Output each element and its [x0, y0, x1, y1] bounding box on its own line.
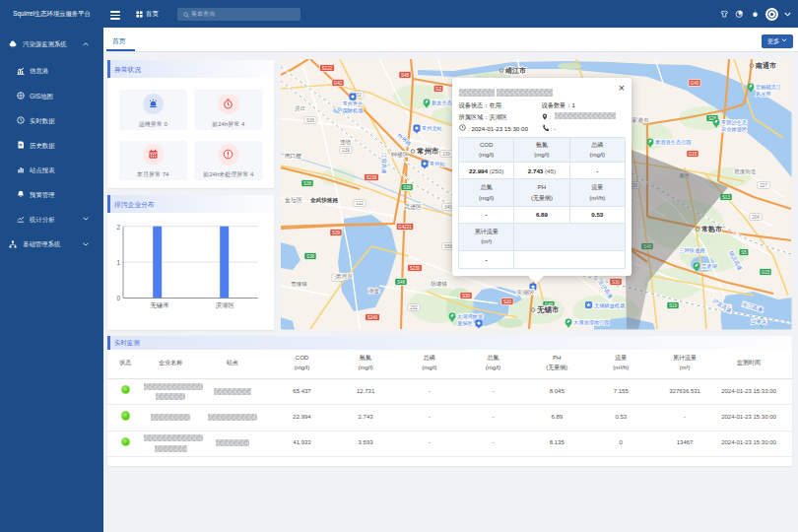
svg-text:宏丽砚滨江: 宏丽砚滨江: [756, 84, 781, 91]
svg-text:风光带: 风光带: [756, 91, 771, 98]
svg-text:S20: S20: [503, 299, 512, 304]
svg-text:湖金: 湖金: [367, 288, 380, 294]
svg-text:232: 232: [410, 305, 418, 310]
svg-text:S19: S19: [669, 303, 678, 308]
svg-text:G42: G42: [334, 81, 343, 86]
svg-text:沙家浜: 沙家浜: [751, 318, 766, 325]
svg-text:S39: S39: [332, 231, 341, 235]
svg-text:S240: S240: [367, 315, 378, 320]
svg-text:S5: S5: [741, 250, 747, 255]
svg-text:122: 122: [356, 201, 364, 206]
svg-text:无锡市: 无锡市: [536, 305, 560, 314]
svg-text:S239: S239: [366, 175, 377, 180]
svg-text:常熟市: 常熟市: [701, 225, 722, 233]
svg-text:S38: S38: [403, 185, 412, 190]
svg-text:239: 239: [442, 152, 450, 157]
svg-text:204: 204: [752, 215, 760, 220]
svg-text:胡埭镇: 胡埭镇: [431, 281, 447, 288]
svg-text:239: 239: [342, 148, 350, 153]
svg-text:常州奔牛: 常州奔牛: [343, 100, 364, 106]
svg-text:S38: S38: [303, 181, 312, 186]
svg-text:无锡市: 无锡市: [151, 301, 169, 309]
svg-text:靖江市: 靖江市: [504, 66, 526, 75]
svg-text:洪庄: 洪庄: [295, 105, 306, 112]
svg-text:G15: G15: [689, 152, 698, 157]
svg-text:滨湖区: 滨湖区: [215, 301, 235, 309]
svg-text:G2: G2: [435, 87, 442, 92]
svg-text:S30: S30: [462, 294, 471, 299]
svg-text:雪堰镇: 雪堰镇: [291, 281, 307, 288]
svg-text:无锡硕放机场: 无锡硕放机场: [594, 302, 625, 309]
svg-text:S13: S13: [722, 195, 731, 200]
svg-text:S48: S48: [397, 280, 406, 285]
svg-text:度假区: 度假区: [457, 320, 473, 327]
svg-text:G40: G40: [691, 81, 699, 86]
svg-text:昆承湖: 昆承湖: [701, 263, 717, 270]
svg-text:S122: S122: [322, 66, 333, 71]
svg-text:常州北站: 常州北站: [422, 125, 443, 132]
svg-text:国际机场: 国际机场: [343, 107, 364, 114]
svg-text:G15: G15: [762, 270, 770, 275]
svg-text:连墙: 连墙: [340, 139, 352, 146]
svg-text:金武快速路: 金武快速路: [309, 197, 338, 204]
svg-text:1: 1: [116, 259, 120, 266]
svg-text:S230: S230: [410, 266, 421, 271]
svg-text:黄泗港生态公园: 黄泗港生态公园: [655, 139, 691, 146]
svg-text:2: 2: [116, 224, 120, 231]
svg-text:常阴沙生态: 常阴沙生态: [721, 119, 748, 126]
svg-text:农业旅游区: 农业旅游区: [721, 126, 747, 133]
svg-text:S39: S39: [306, 118, 315, 123]
svg-text:G4221: G4221: [398, 225, 412, 230]
svg-text:常州站: 常州站: [430, 161, 445, 167]
svg-text:闸口樱: 闸口樱: [285, 153, 301, 160]
svg-text:太湖湾旅游: 太湖湾旅游: [457, 313, 484, 320]
svg-text:金坛区: 金坛区: [284, 196, 302, 203]
svg-text:南通市: 南通市: [755, 61, 776, 70]
svg-text:黄河兴: 黄河兴: [335, 273, 353, 280]
svg-text:武进区: 武进区: [404, 203, 422, 211]
svg-text:大溪港湿地公园: 大溪港湿地公园: [573, 319, 609, 326]
svg-text:S38: S38: [306, 254, 315, 259]
svg-text:S48: S48: [401, 73, 410, 78]
svg-text:S30: S30: [612, 280, 621, 285]
svg-text:常州市: 常州市: [417, 147, 439, 156]
svg-text:滨湖区: 滨湖区: [516, 289, 534, 296]
svg-text:0: 0: [116, 295, 120, 301]
svg-text:三环快速路: 三环快速路: [679, 247, 706, 253]
svg-text:碧溪街道: 碧溪街道: [734, 168, 757, 175]
svg-text:钟楼区: 钟楼区: [390, 151, 409, 158]
svg-text:江宜高速: 江宜高速: [381, 153, 387, 174]
svg-text:227: 227: [760, 183, 767, 188]
